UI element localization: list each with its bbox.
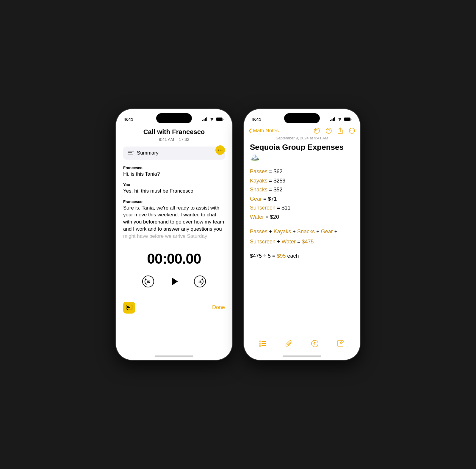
svg-point-30	[314, 128, 320, 133]
send-button[interactable]	[311, 340, 319, 347]
svg-rect-2	[205, 118, 206, 121]
redo-icon	[325, 128, 332, 134]
phone-1: 9:41	[116, 109, 232, 360]
checklist-button[interactable]	[259, 340, 267, 347]
done-button[interactable]: Done	[212, 304, 225, 311]
play-button[interactable]	[167, 274, 181, 289]
undo-icon	[314, 128, 320, 134]
svg-point-43	[259, 345, 261, 347]
svg-point-37	[352, 130, 352, 131]
wifi-icon-2	[337, 117, 342, 121]
svg-rect-6	[216, 118, 222, 121]
compose-icon	[337, 340, 345, 347]
chevron-left-icon	[249, 128, 252, 133]
math-division-line: $475 ÷ 5 = $95 each	[250, 251, 354, 261]
memo-time: 9:41 AM	[159, 137, 174, 142]
svg-rect-12	[128, 154, 133, 155]
svg-rect-23	[330, 120, 331, 121]
svg-point-7	[218, 150, 219, 151]
battery-icon	[216, 117, 224, 121]
speaker-text-3: Sure is. Tania, we're all ready to assis…	[123, 204, 225, 240]
svg-rect-11	[128, 152, 132, 153]
svg-rect-25	[333, 118, 334, 121]
svg-point-41	[259, 343, 261, 344]
back-label: Math Notes	[253, 128, 279, 134]
svg-point-32	[326, 128, 331, 133]
transcript-block-3: Francesco Sure is. Tania, we're all read…	[123, 199, 225, 240]
ellipsis-circle-icon	[349, 128, 355, 134]
svg-rect-24	[332, 119, 333, 121]
send-icon	[311, 340, 319, 347]
math-sum-line: Passes + Kayaks + Snacks + Gear + Sunscr…	[250, 226, 354, 247]
speaker-name-3: Francesco	[123, 199, 225, 204]
phone-1-screen: 9:41	[116, 109, 232, 360]
chat-icon-button[interactable]	[123, 302, 135, 314]
svg-rect-0	[202, 120, 203, 121]
more-icon	[218, 149, 223, 151]
nav-actions	[314, 128, 355, 134]
forward-icon: 15	[194, 275, 206, 288]
notes-date: September 9, 2024 at 9:41 AM	[244, 135, 360, 143]
redo-button[interactable]	[325, 128, 332, 134]
battery-icon-2	[344, 117, 352, 121]
summary-label: Summary	[137, 150, 159, 156]
share-icon	[337, 128, 343, 134]
home-indicator-2	[283, 355, 321, 357]
forward-button[interactable]: 15	[193, 275, 206, 288]
dynamic-island-1	[156, 113, 192, 123]
math-content: Passes = $62 Kayaks = $259 Snacks = $52 …	[244, 167, 360, 261]
chat-icon	[126, 305, 132, 311]
status-icons-1	[202, 117, 224, 121]
faded-text: might have before we arrive Saturday	[123, 233, 207, 239]
bottom-bar-memo: Done	[116, 299, 232, 320]
home-indicator-1	[155, 355, 193, 357]
attachment-button[interactable]	[285, 340, 292, 347]
memo-more-button[interactable]	[215, 145, 225, 155]
math-line-sunscreen: Sunscreen = $11	[250, 203, 354, 213]
phones-container: 9:41	[116, 109, 360, 360]
speaker-text-1: Hi, is this Tania?	[123, 171, 225, 178]
memo-title: Call with Francesco	[123, 128, 225, 136]
signal-icon	[202, 117, 208, 121]
summary-button[interactable]: Summary	[123, 147, 225, 160]
svg-rect-42	[262, 343, 266, 344]
dynamic-island-2	[284, 113, 320, 123]
svg-marker-19	[201, 278, 203, 280]
rewind-button[interactable]: 15	[142, 275, 155, 288]
svg-point-39	[259, 341, 261, 342]
svg-marker-16	[172, 278, 178, 285]
share-button[interactable]	[337, 128, 343, 134]
phone-2: 9:41	[244, 109, 360, 360]
svg-rect-40	[262, 341, 266, 342]
svg-text:15: 15	[198, 280, 202, 284]
svg-rect-44	[262, 345, 266, 346]
transcript-block-2: You Yes, hi, this must be Francesco.	[123, 182, 225, 195]
svg-point-4	[212, 120, 212, 121]
phone-2-screen: 9:41	[244, 109, 360, 360]
svg-rect-26	[334, 117, 335, 121]
transcript-area: Francesco Hi, is this Tania? You Yes, hi…	[116, 166, 232, 245]
rewind-icon: 15	[142, 275, 154, 288]
svg-point-38	[353, 130, 353, 131]
svg-rect-29	[344, 118, 350, 121]
svg-rect-22	[127, 307, 130, 308]
undo-button[interactable]	[314, 128, 320, 134]
more-button-notes[interactable]	[349, 128, 355, 134]
svg-rect-3	[206, 117, 207, 121]
status-icons-2	[330, 117, 352, 121]
math-gap-2	[250, 247, 354, 251]
back-button[interactable]: Math Notes	[249, 128, 279, 134]
paperclip-icon	[285, 340, 292, 347]
math-line-water: Water = $20	[250, 213, 354, 222]
speaker-name-2: You	[123, 182, 225, 187]
edit-button[interactable]	[337, 340, 345, 347]
notes-title: Sequoia Group Expenses 🏔️	[244, 143, 360, 167]
status-time-2: 9:41	[252, 117, 261, 122]
summary-left: Summary	[128, 150, 159, 156]
notes-toolbar	[244, 336, 360, 351]
svg-text:15: 15	[146, 280, 150, 284]
checklist-icon	[259, 340, 267, 347]
notes-nav: Math Notes	[244, 125, 360, 135]
svg-rect-20	[126, 305, 132, 309]
svg-marker-15	[145, 278, 147, 280]
